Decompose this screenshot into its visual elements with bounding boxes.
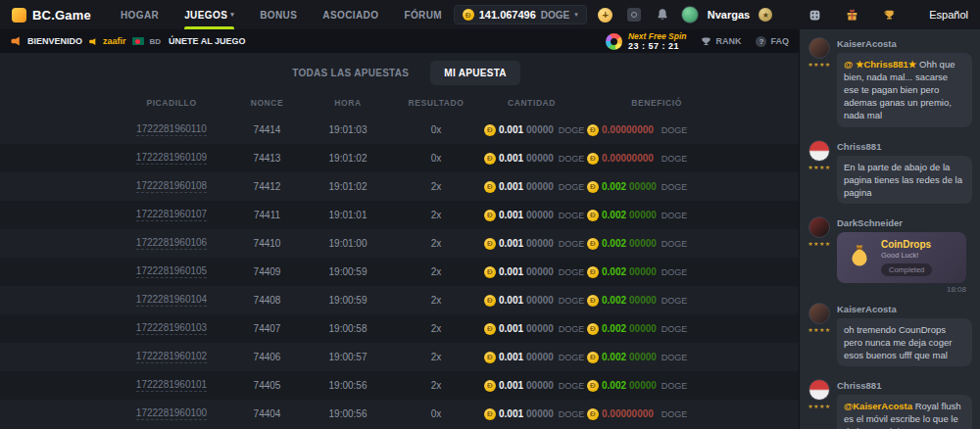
- doge-coin-icon: Ð: [484, 323, 496, 335]
- doge-coin-icon: Ð: [587, 295, 599, 307]
- vault-button[interactable]: [624, 5, 644, 24]
- table-row: 17222819601047440819:00:592xÐ0.00100000D…: [0, 286, 799, 314]
- free-spin-widget[interactable]: Next Free Spin 23 : 57 : 21: [606, 31, 687, 51]
- bet-hash-link[interactable]: 1722281960106: [136, 237, 207, 250]
- bet-time-cell: 19:00:56: [304, 380, 392, 391]
- bet-profit-zeros: 00000: [629, 323, 657, 334]
- chat-mention[interactable]: @ ★Chriss881★: [844, 59, 919, 70]
- bet-profit-main: 0.00000000: [602, 408, 654, 419]
- coindrop-completed-button[interactable]: Completed: [881, 263, 932, 276]
- bet-hash-cell: 1722281960104: [113, 294, 230, 307]
- balance-selector[interactable]: Ð 141.067496 DOGE ▾: [454, 5, 587, 24]
- coindrop-card[interactable]: CoinDropsGood Luck!Completed: [837, 232, 966, 283]
- table-row: 17222819601057440919:00:592xÐ0.00100000D…: [0, 258, 799, 286]
- avatar[interactable]: [808, 216, 830, 238]
- bet-hash-cell: 1722281960110: [113, 123, 230, 136]
- bet-result-cell: 2x: [392, 352, 480, 362]
- language-selector[interactable]: Español: [929, 9, 968, 21]
- avatar[interactable]: [808, 140, 830, 162]
- logo[interactable]: BC.Game: [12, 8, 91, 23]
- question-icon: ?: [756, 36, 766, 47]
- tab-all-bets[interactable]: TODAS LAS APUESTAS: [278, 61, 422, 85]
- bet-hash-link[interactable]: 1722281960103: [136, 322, 207, 335]
- doge-coin-icon: Ð: [587, 181, 599, 193]
- chat-username[interactable]: Chriss881: [837, 141, 972, 152]
- bet-nonce-cell: 74410: [230, 238, 304, 249]
- bet-amount-zeros: 00000: [526, 181, 554, 192]
- bet-amount-main: 0.001: [499, 352, 523, 362]
- avatar[interactable]: [808, 37, 830, 59]
- bet-hash-link[interactable]: 1722281960102: [136, 351, 207, 363]
- faq-link[interactable]: ? FAQ: [756, 36, 789, 47]
- col-header-time: HORA: [304, 98, 392, 108]
- bet-hash-link[interactable]: 1722281960104: [136, 294, 207, 307]
- chat-username[interactable]: Chriss881: [837, 380, 972, 391]
- bet-result-cell: 2x: [392, 181, 480, 192]
- bet-time-cell: 19:01:02: [304, 153, 392, 164]
- bet-hash-cell: 1722281960100: [113, 407, 230, 420]
- doge-coin-icon: Ð: [587, 266, 599, 278]
- bet-amount-zeros: 00000: [526, 380, 554, 391]
- bet-hash-link[interactable]: 1722281960101: [136, 379, 207, 392]
- doge-coin-icon: Ð: [587, 153, 599, 165]
- bet-hash-link[interactable]: 1722281960109: [136, 152, 207, 165]
- deposit-button[interactable]: +: [596, 5, 615, 24]
- table-row: 17222819601097441319:01:020xÐ0.00100000D…: [0, 144, 799, 172]
- welcome-label: BIENVENIDO: [27, 36, 82, 46]
- bet-nonce-cell: 74406: [230, 352, 304, 362]
- bet-result-cell: 2x: [392, 380, 480, 391]
- chat-mention[interactable]: @KaiserAcosta: [844, 401, 915, 411]
- chat-username[interactable]: KaiserAcosta: [837, 304, 972, 314]
- doge-coin-icon: Ð: [587, 323, 599, 335]
- moneybag-icon: [846, 242, 873, 273]
- tab-my-bets[interactable]: MI APUESTA: [430, 61, 520, 85]
- bet-nonce-cell: 74412: [230, 181, 304, 192]
- bet-hash-cell: 1722281960106: [113, 237, 230, 250]
- bet-result-cell: 2x: [392, 295, 480, 306]
- doge-coin-icon: Ð: [484, 124, 496, 136]
- bet-hash-link[interactable]: 1722281960108: [136, 180, 207, 193]
- bet-amount-cell: Ð0.00100000DOGE: [480, 295, 583, 307]
- menu-juegos[interactable]: JUEGOS▾: [184, 0, 234, 29]
- col-header-result: RESULTADO: [392, 98, 480, 108]
- bet-profit-main: 0.002: [602, 323, 626, 334]
- announcement-username[interactable]: zaafir: [103, 36, 126, 46]
- bet-profit-cell: Ð0.00200000DOGE: [583, 266, 730, 278]
- user-avatar[interactable]: [681, 6, 699, 24]
- avatar[interactable]: [808, 303, 830, 324]
- bet-profit-cell: Ð0.00000000DOGE: [583, 124, 730, 136]
- menu-asociado[interactable]: ASOCIADO: [322, 0, 378, 29]
- bet-result-cell: 0x: [392, 124, 480, 135]
- megaphone-icon: [10, 35, 22, 47]
- username[interactable]: Nvargas: [708, 9, 750, 21]
- bet-profit-currency: DOGE: [662, 296, 688, 306]
- menu-forum[interactable]: FÓRUM: [404, 0, 442, 29]
- bet-hash-link[interactable]: 1722281960100: [136, 407, 207, 420]
- menu-bonus[interactable]: BONUS: [260, 0, 297, 29]
- games-shortcut-button[interactable]: [805, 5, 824, 24]
- bet-time-cell: 19:01:03: [304, 124, 392, 135]
- bet-amount-currency: DOGE: [559, 324, 585, 334]
- bet-amount-zeros: 00000: [526, 124, 554, 135]
- vip-badge-icon[interactable]: ★: [759, 8, 772, 22]
- doge-coin-icon: Ð: [484, 380, 496, 392]
- menu-hogar[interactable]: HOGAR: [121, 0, 159, 29]
- bet-amount-cell: Ð0.00100000DOGE: [480, 408, 583, 420]
- chat-username[interactable]: DarkSchneider: [837, 217, 972, 228]
- chat-username[interactable]: KaiserAcosta: [837, 38, 972, 49]
- bet-amount-cell: Ð0.00100000DOGE: [480, 181, 583, 193]
- bet-time-cell: 19:01:00: [304, 238, 392, 249]
- bet-time-cell: 19:00:58: [304, 323, 392, 334]
- bet-profit-cell: Ð0.00200000DOGE: [583, 238, 730, 250]
- bet-amount-currency: DOGE: [559, 267, 585, 277]
- rank-link[interactable]: RANK: [701, 36, 741, 47]
- bet-profit-main: 0.002: [602, 266, 626, 277]
- bet-hash-cell: 1722281960108: [113, 180, 230, 193]
- bet-hash-link[interactable]: 1722281960107: [136, 209, 207, 221]
- contest-shortcut-button[interactable]: [879, 5, 899, 24]
- bet-hash-link[interactable]: 1722281960110: [136, 123, 207, 136]
- bet-hash-link[interactable]: 1722281960105: [136, 265, 207, 278]
- notifications-button[interactable]: [653, 5, 672, 24]
- bonus-shortcut-button[interactable]: [842, 5, 861, 24]
- avatar[interactable]: [808, 379, 830, 401]
